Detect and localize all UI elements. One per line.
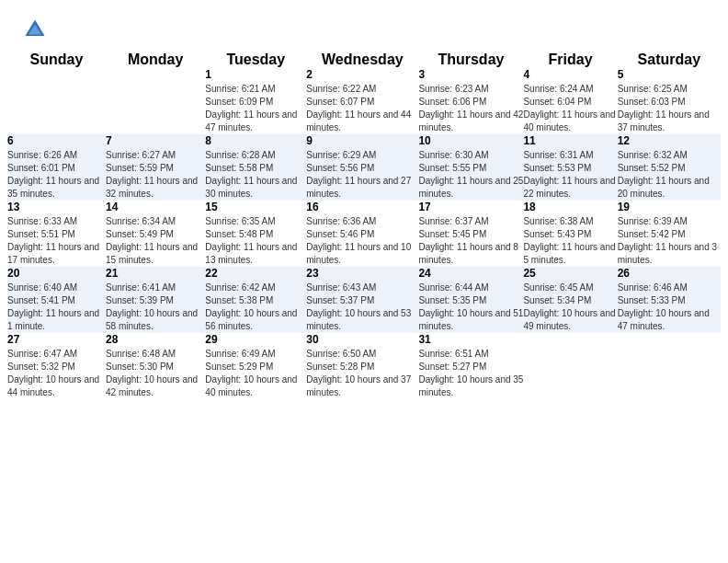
day-number: 15 [205,201,306,213]
calendar-cell: 15Sunrise: 6:35 AMSunset: 5:48 PMDayligh… [205,201,306,267]
day-number: 8 [205,134,306,147]
day-info: Sunrise: 6:49 AMSunset: 5:29 PMDaylight:… [205,348,306,399]
calendar-cell: 12Sunrise: 6:32 AMSunset: 5:52 PMDayligh… [618,134,721,201]
day-header-wednesday: Wednesday [306,52,418,68]
day-info: Sunrise: 6:33 AMSunset: 5:51 PMDaylight:… [7,215,106,267]
day-number: 22 [205,267,306,280]
day-number: 16 [306,201,418,213]
day-number: 30 [306,333,418,346]
day-number: 26 [618,267,721,280]
day-info: Sunrise: 6:24 AMSunset: 6:04 PMDaylight:… [523,83,617,134]
calendar-cell [7,68,106,134]
calendar-cell: 5Sunrise: 6:25 AMSunset: 6:03 PMDaylight… [618,68,721,134]
day-header-tuesday: Tuesday [205,52,306,68]
day-number: 31 [418,333,523,346]
day-number: 23 [306,267,418,280]
calendar-cell: 24Sunrise: 6:44 AMSunset: 5:35 PMDayligh… [418,267,523,333]
day-info: Sunrise: 6:41 AMSunset: 5:39 PMDaylight:… [106,282,205,333]
day-number: 2 [306,68,418,81]
calendar-cell: 1Sunrise: 6:21 AMSunset: 6:09 PMDaylight… [205,68,306,134]
calendar-table: SundayMondayTuesdayWednesdayThursdayFrid… [7,52,721,399]
calendar-cell: 4Sunrise: 6:24 AMSunset: 6:04 PMDaylight… [523,68,617,134]
day-info: Sunrise: 6:31 AMSunset: 5:53 PMDaylight:… [523,149,617,201]
day-info: Sunrise: 6:50 AMSunset: 5:28 PMDaylight:… [306,348,418,399]
calendar-cell: 8Sunrise: 6:28 AMSunset: 5:58 PMDaylight… [205,134,306,201]
day-number: 5 [618,68,721,81]
day-number: 10 [418,134,523,147]
calendar-cell: 22Sunrise: 6:42 AMSunset: 5:38 PMDayligh… [205,267,306,333]
calendar-cell: 14Sunrise: 6:34 AMSunset: 5:49 PMDayligh… [106,201,205,267]
calendar-cell: 31Sunrise: 6:51 AMSunset: 5:27 PMDayligh… [418,333,523,399]
day-number: 19 [618,201,721,213]
calendar-cell: 18Sunrise: 6:38 AMSunset: 5:43 PMDayligh… [523,201,617,267]
day-number: 9 [306,134,418,147]
day-info: Sunrise: 6:47 AMSunset: 5:32 PMDaylight:… [7,348,106,399]
calendar-cell: 21Sunrise: 6:41 AMSunset: 5:39 PMDayligh… [106,267,205,333]
day-info: Sunrise: 6:45 AMSunset: 5:34 PMDaylight:… [523,282,617,333]
day-header-saturday: Saturday [618,52,721,68]
day-number: 18 [523,201,617,213]
day-number: 7 [106,134,205,147]
calendar-cell: 17Sunrise: 6:37 AMSunset: 5:45 PMDayligh… [418,201,523,267]
day-info: Sunrise: 6:22 AMSunset: 6:07 PMDaylight:… [306,83,418,134]
logo [22,17,51,42]
calendar-week-3: 13Sunrise: 6:33 AMSunset: 5:51 PMDayligh… [7,201,721,267]
calendar-cell: 13Sunrise: 6:33 AMSunset: 5:51 PMDayligh… [7,201,106,267]
day-info: Sunrise: 6:44 AMSunset: 5:35 PMDaylight:… [418,282,523,333]
day-info: Sunrise: 6:21 AMSunset: 6:09 PMDaylight:… [205,83,306,134]
day-number: 6 [7,134,106,147]
day-info: Sunrise: 6:23 AMSunset: 6:06 PMDaylight:… [418,83,523,134]
day-header-thursday: Thursday [418,52,523,68]
calendar-cell: 20Sunrise: 6:40 AMSunset: 5:41 PMDayligh… [7,267,106,333]
calendar-cell: 2Sunrise: 6:22 AMSunset: 6:07 PMDaylight… [306,68,418,134]
calendar-week-5: 27Sunrise: 6:47 AMSunset: 5:32 PMDayligh… [7,333,721,399]
calendar-cell: 27Sunrise: 6:47 AMSunset: 5:32 PMDayligh… [7,333,106,399]
day-info: Sunrise: 6:30 AMSunset: 5:55 PMDaylight:… [418,149,523,201]
day-number: 1 [205,68,306,81]
day-info: Sunrise: 6:28 AMSunset: 5:58 PMDaylight:… [205,149,306,201]
day-number: 24 [418,267,523,280]
day-info: Sunrise: 6:37 AMSunset: 5:45 PMDaylight:… [418,215,523,267]
calendar-cell [106,68,205,134]
calendar-wrap: SundayMondayTuesdayWednesdayThursdayFrid… [0,52,728,407]
day-number: 27 [7,333,106,346]
day-info: Sunrise: 6:25 AMSunset: 6:03 PMDaylight:… [618,83,721,134]
day-number: 13 [7,201,106,213]
day-info: Sunrise: 6:51 AMSunset: 5:27 PMDaylight:… [418,348,523,399]
calendar-cell [618,333,721,399]
calendar-cell: 16Sunrise: 6:36 AMSunset: 5:46 PMDayligh… [306,201,418,267]
logo-icon [22,17,48,42]
day-number: 29 [205,333,306,346]
day-info: Sunrise: 6:34 AMSunset: 5:49 PMDaylight:… [106,215,205,267]
day-number: 20 [7,267,106,280]
day-number: 4 [523,68,617,81]
day-number: 3 [418,68,523,81]
calendar-cell: 25Sunrise: 6:45 AMSunset: 5:34 PMDayligh… [523,267,617,333]
day-number: 11 [523,134,617,147]
day-info: Sunrise: 6:35 AMSunset: 5:48 PMDaylight:… [205,215,306,267]
calendar-cell: 11Sunrise: 6:31 AMSunset: 5:53 PMDayligh… [523,134,617,201]
calendar-cell: 19Sunrise: 6:39 AMSunset: 5:42 PMDayligh… [618,201,721,267]
calendar-cell: 29Sunrise: 6:49 AMSunset: 5:29 PMDayligh… [205,333,306,399]
calendar-cell: 26Sunrise: 6:46 AMSunset: 5:33 PMDayligh… [618,267,721,333]
day-number: 17 [418,201,523,213]
day-info: Sunrise: 6:27 AMSunset: 5:59 PMDaylight:… [106,149,205,201]
day-info: Sunrise: 6:26 AMSunset: 6:01 PMDaylight:… [7,149,106,201]
calendar-cell: 23Sunrise: 6:43 AMSunset: 5:37 PMDayligh… [306,267,418,333]
day-info: Sunrise: 6:48 AMSunset: 5:30 PMDaylight:… [106,348,205,399]
day-info: Sunrise: 6:39 AMSunset: 5:42 PMDaylight:… [618,215,721,267]
calendar-week-4: 20Sunrise: 6:40 AMSunset: 5:41 PMDayligh… [7,267,721,333]
day-info: Sunrise: 6:46 AMSunset: 5:33 PMDaylight:… [618,282,721,333]
calendar-cell: 6Sunrise: 6:26 AMSunset: 6:01 PMDaylight… [7,134,106,201]
calendar-cell: 7Sunrise: 6:27 AMSunset: 5:59 PMDaylight… [106,134,205,201]
page-header [0,0,728,52]
day-header-friday: Friday [523,52,617,68]
day-info: Sunrise: 6:36 AMSunset: 5:46 PMDaylight:… [306,215,418,267]
day-number: 28 [106,333,205,346]
day-number: 21 [106,267,205,280]
calendar-week-1: 1Sunrise: 6:21 AMSunset: 6:09 PMDaylight… [7,68,721,134]
calendar-cell: 9Sunrise: 6:29 AMSunset: 5:56 PMDaylight… [306,134,418,201]
calendar-cell: 28Sunrise: 6:48 AMSunset: 5:30 PMDayligh… [106,333,205,399]
day-number: 25 [523,267,617,280]
day-info: Sunrise: 6:29 AMSunset: 5:56 PMDaylight:… [306,149,418,201]
